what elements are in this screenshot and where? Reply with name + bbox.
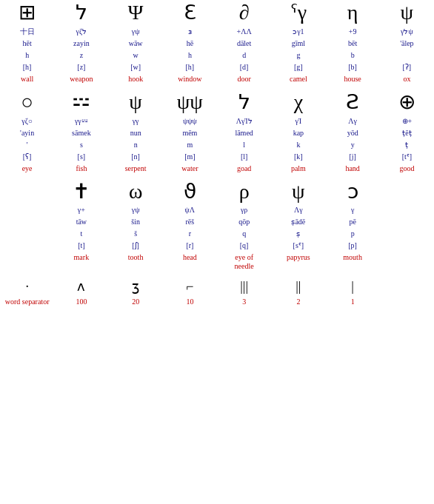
cell-resh-sym: ϑ — [163, 179, 217, 205]
row-symbols-1: ⊞ ל Ψ Ɛ ∂ ˁγ η ψ — [0, 0, 434, 26]
cell-wordsep-sym: · — [0, 278, 54, 296]
cell-qop-proto: γρ — [217, 204, 271, 216]
cell-mem-sym: ψψ — [163, 90, 217, 115]
cell-het-name: hēt — [0, 38, 54, 50]
cell-resh-proto: ψΛ — [163, 204, 217, 216]
row-meaning-2: eye fish serpent water goad palm hand go… — [0, 163, 434, 175]
cell-empty-11 — [0, 252, 54, 272]
row-letters-2: ' s n m l k y ṭ — [0, 139, 434, 151]
cell-tet-letter: ṭ — [380, 139, 434, 151]
row-meaning-4: word separator 100 20 10 3 2 1 — [0, 296, 434, 308]
cell-ayin-name: 'ayin — [0, 127, 54, 139]
cell-lamed-mean: goad — [217, 163, 271, 175]
alphabet-chart: ⊞ ל Ψ Ɛ ∂ ˁγ η ψ 十日 γζל γψ ɜ +ΛΛ ɔγ1 +9 … — [0, 0, 434, 308]
cell-alep-name: 'ālep — [380, 38, 434, 50]
cell-resh-letter: r — [163, 228, 217, 240]
cell-taw-letter: t — [54, 228, 108, 240]
cell-zayin-mean: weapon — [54, 73, 108, 85]
cell-sade-sym: ψ — [271, 179, 325, 205]
cell-bet-letter: b — [326, 50, 380, 61]
cell-kap-sym: χ — [271, 90, 325, 115]
cell-het-letter: h — [0, 50, 54, 61]
cell-waw-sym: Ψ — [109, 0, 163, 26]
cell-tet-mean: good — [380, 163, 434, 175]
cell-sade-proto: Λγ — [271, 204, 325, 216]
cell-het-mean: wall — [0, 73, 54, 85]
cell-100-sym: ʌ — [54, 278, 108, 296]
cell-het-sym: ⊞ — [0, 0, 54, 26]
cell-yod-name: yōd — [326, 127, 380, 139]
cell-empty-10 — [380, 240, 434, 252]
row-meaning-1: wall weapon hook window door camel house… — [0, 73, 434, 85]
cell-waw-proto: γψ — [109, 26, 163, 38]
cell-empty-12 — [380, 252, 434, 272]
row-symbols-3: ✝ ω ϑ ρ ψ ɔ — [0, 179, 434, 205]
cell-samek-proto: γγ𝌄 — [54, 115, 108, 127]
cell-giml-proto: ɔγ1 — [271, 26, 325, 38]
cell-1-sym: | — [326, 278, 380, 296]
cell-dalet-name: dālet — [217, 38, 271, 50]
cell-he-sym: Ɛ — [163, 0, 217, 26]
cell-tet-phon: [tˤ] — [380, 151, 434, 163]
row-translit-2: 'ayin sāmek nun mēm lāmed kap yōd ṭēṭ — [0, 127, 434, 139]
cell-shin-name: šin — [109, 216, 163, 228]
cell-zayin-letter: z — [54, 50, 108, 61]
cell-shin-mean: tooth — [109, 252, 163, 272]
cell-pe-mean: mouth — [326, 252, 380, 272]
cell-samek-mean: fish — [54, 163, 108, 175]
cell-tet-sym: ⊕ — [380, 90, 434, 115]
cell-empty-9 — [0, 240, 54, 252]
cell-nun-name: nun — [109, 127, 163, 139]
cell-qop-sym: ρ — [217, 179, 271, 205]
cell-mem-mean: water — [163, 163, 217, 175]
cell-resh-name: rēš — [163, 216, 217, 228]
cell-1-mean: 1 — [326, 296, 380, 308]
cell-lamed-letter: l — [217, 139, 271, 151]
cell-alep-mean: ox — [380, 73, 434, 85]
cell-empty-7 — [0, 228, 54, 240]
cell-giml-phon: [g] — [271, 61, 325, 73]
cell-qop-letter: q — [217, 228, 271, 240]
cell-kap-phon: [k] — [271, 151, 325, 163]
cell-alep-proto: γלψ — [380, 26, 434, 38]
cell-zayin-name: zayin — [54, 38, 108, 50]
cell-taw-mean: mark — [54, 252, 108, 272]
row-protonames-1: 十日 γζל γψ ɜ +ΛΛ ɔγ1 +9 γלψ — [0, 26, 434, 38]
cell-sade-phon: [sˤ] — [271, 240, 325, 252]
row-symbols-2: ○ 𝌄 ψ ψψ ל χ Ƨ ⊕ — [0, 90, 434, 115]
cell-he-phon: [h] — [163, 61, 217, 73]
cell-pe-proto: γ — [326, 204, 380, 216]
cell-sade-mean: papyrus — [271, 252, 325, 272]
cell-alep-letter — [380, 50, 434, 61]
cell-pe-phon: [p] — [326, 240, 380, 252]
cell-ayin-phon: [ʕ] — [0, 151, 54, 163]
cell-dalet-proto: +ΛΛ — [217, 26, 271, 38]
cell-pe-sym: ɔ — [326, 179, 380, 205]
cell-mem-name: mēm — [163, 127, 217, 139]
cell-empty-3 — [0, 204, 54, 216]
cell-bet-phon: [b] — [326, 61, 380, 73]
cell-lamed-name: lāmed — [217, 127, 271, 139]
cell-alep-phon: [ʔ] — [380, 61, 434, 73]
cell-he-name: hē — [163, 38, 217, 50]
cell-zayin-sym: ל — [54, 0, 108, 26]
cell-20-mean: 20 — [109, 296, 163, 308]
cell-samek-phon: [s] — [54, 151, 108, 163]
cell-giml-sym: ˁγ — [271, 0, 325, 26]
cell-yod-sym: Ƨ — [326, 90, 380, 115]
cell-pe-letter: p — [326, 228, 380, 240]
cell-resh-phon: [r] — [163, 240, 217, 252]
cell-waw-letter: w — [109, 50, 163, 61]
cell-nun-phon: [n] — [109, 151, 163, 163]
row-protonames-3: γ+ γψ ψΛ γρ Λγ γ — [0, 204, 434, 216]
cell-empty-2 — [380, 179, 434, 205]
cell-shin-sym: ω — [109, 179, 163, 205]
cell-empty-8 — [380, 228, 434, 240]
cell-zayin-phon: [z] — [54, 61, 108, 73]
cell-yod-mean: hand — [326, 163, 380, 175]
cell-taw-phon: [t] — [54, 240, 108, 252]
cell-mem-proto: ψψψ — [163, 115, 217, 127]
cell-mem-letter: m — [163, 139, 217, 151]
spacer-3 — [0, 272, 434, 278]
cell-dalet-letter: d — [217, 50, 271, 61]
